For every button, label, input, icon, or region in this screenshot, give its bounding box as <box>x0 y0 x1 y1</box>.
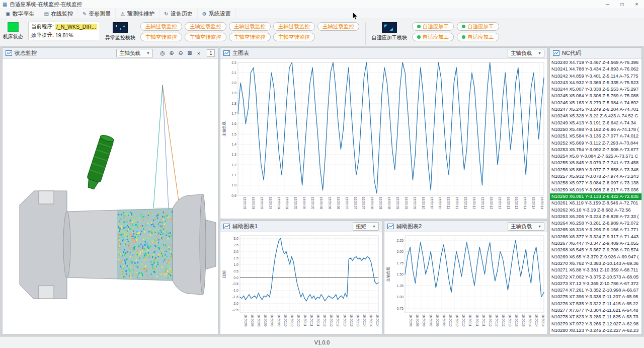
overload-monitor-button-3[interactable]: 主轴过载监控 <box>229 22 271 31</box>
svg-text:1.00: 1.00 <box>396 295 404 299</box>
overload-monitor-button-2[interactable]: 主轴过载监控 <box>185 22 226 31</box>
svg-text:16:50:12: 16:50:12 <box>330 314 333 327</box>
zoom-out-icon[interactable]: ⊖ <box>177 49 185 57</box>
chevron-down-icon: ▼ <box>538 51 541 55</box>
pan-icon[interactable]: ⊠ <box>186 49 194 57</box>
svg-text:16:50:14: 16:50:14 <box>540 197 544 210</box>
nc-code-line[interactable]: N10256 X5.889 Y-3.077 Z-7.858 A-73.348 <box>550 167 641 173</box>
nc-code-line[interactable]: N10271 X6.88 Y-3.381 Z-10.359 A-68.711 <box>550 267 641 273</box>
nc-code-list: N10240 X4.719 Y-3.467 Z-4.669 A-76.396N1… <box>550 59 641 334</box>
aux2-line-chart[interactable]: 0.751.001.251.501.752.002.2516:50:0816:5… <box>385 233 547 334</box>
nc-code-line[interactable]: N10267 X6.447 Y-3.347 Z-9.489 A-71.055 <box>550 240 641 247</box>
adaptive-machining-button-2[interactable]: 自适应加工 <box>457 22 499 31</box>
nc-code-line[interactable]: N10262 X6.16 Y-3.19 Z-8.682 A-72.56 <box>550 207 641 214</box>
nc-code-line[interactable]: N10264 X6.258 Y-3.261 Z-8.989 A-72.072 <box>550 220 641 227</box>
nc-code-line[interactable]: N10259 X6.016 Y-3.098 Z-8.217 A-73.036 <box>550 187 641 193</box>
viewport-signal-dropdown[interactable]: 主轴负载 ▼ <box>116 49 153 57</box>
nc-code-line[interactable]: N10242 X4.859 Y-3.401 Z-5.114 A-75.775 <box>550 73 641 80</box>
adaptive-machining-button-4[interactable]: 自适应加工 <box>457 33 499 41</box>
svg-text:2.0: 2.0 <box>233 250 238 253</box>
nc-code-line[interactable]: N10247 X5.245 Y-3.249 Z-6.204 A-74.701 <box>550 106 641 113</box>
nc-code-line[interactable]: N10243 X4.932 Y-3.369 Z-5.335 A-75.523 <box>550 80 641 86</box>
nc-code-line[interactable]: N10244 X5.007 Y-3.338 Z-5.553 A-75.297 <box>550 86 641 93</box>
nc-code-line[interactable]: N10280 X8.123 Y-3.245 Z-12.227 A-62.23 <box>550 327 641 334</box>
svg-text:-2.5: -2.5 <box>232 308 238 312</box>
overload-monitor-button-1[interactable]: 主轴过载监控 <box>140 22 182 31</box>
nc-code-line[interactable]: N10263 X6.206 Y-3.224 Z-8.828 A-72.33 ( <box>550 214 641 220</box>
aux-chart1-signal-dropdown[interactable]: 扭矩 ▼ <box>353 222 379 231</box>
nc-code-line[interactable]: N10257 X5.932 Y-3.078 Z-7.974 A-73.243 <box>550 173 641 180</box>
nc-code-line[interactable]: N10245 X5.084 Y-3.308 Z-5.769 A-75.088 <box>550 93 641 99</box>
green-dot-icon <box>462 25 465 28</box>
cutting-tool <box>85 134 115 190</box>
menu-item-4[interactable]: ⚠预测性维护 <box>116 9 159 19</box>
nc-code-line[interactable]: N10273 X7.13 Y-3.365 Z-10.786 A-67.372 <box>550 281 641 287</box>
nc-code-line[interactable]: N10269 X6.65 Y-3.379 Z-9.926 A-69.947 ( <box>550 254 641 260</box>
nc-code-line[interactable]: N10276 X7.535 Y-3.322 Z-11.415 A-65.22 <box>550 301 641 307</box>
nc-code-line[interactable]: N10278 X7.823 Y-3.286 Z-11.825 A-63.73 <box>550 314 641 320</box>
aux-chart2-signal-dropdown[interactable]: 主轴负载 ▼ <box>508 222 544 231</box>
nc-code-line[interactable]: N10251 X5.584 Y-3.136 Z-7.077 A-74.012 <box>550 133 641 140</box>
adaptive-machining-button-3[interactable]: 自适应加工 <box>412 33 454 41</box>
nc-code-line[interactable]: N10272 X7.002 Y-3.375 Z-10.573 A-68.05 <box>550 274 641 281</box>
button-label: 自适应加工 <box>423 34 449 41</box>
nc-code-line[interactable]: N10252 X5.669 Y-3.112 Z-7.293 A-73.844 <box>550 140 641 147</box>
idle-monitor-button-4[interactable]: 主轴空转监控 <box>273 33 315 41</box>
nc-code-line[interactable]: N10241 X4.788 Y-3.434 Z-4.893 A-76.062 <box>550 66 641 73</box>
close-button[interactable]: × <box>629 0 644 9</box>
dropdown-value: 扭矩 <box>356 223 366 230</box>
nc-code-line[interactable]: N10266 X6.377 Y-3.324 Z-9.317 A-71.443 <box>550 234 641 240</box>
nc-code-line[interactable]: N10260 X6.081 Y-3.133 Z-8.422 A-72.835 <box>550 193 641 200</box>
scale-input[interactable]: 1 <box>207 49 215 57</box>
idle-monitor-button-3[interactable]: 主轴空转监控 <box>229 33 271 41</box>
svg-text:16:50:09: 16:50:09 <box>270 314 274 327</box>
nc-code-line[interactable]: N10249 X5.413 Y-3.191 Z-6.642 A-74.34 <box>550 120 641 126</box>
nc-code-line[interactable]: N10275 X7.396 Y-3.338 Z-11.207 A-65.95 <box>550 294 641 300</box>
menu-item-1[interactable]: ▣数字孪生 <box>1 9 39 19</box>
idle-monitor-button-1[interactable]: 主轴空转监控 <box>140 33 182 41</box>
menu-item-5[interactable]: ↻设备历史 <box>159 9 197 19</box>
efficiency-value: 19.81% <box>55 32 73 38</box>
nc-code-line[interactable]: N10265 X6.316 Y-3.296 Z-9.156 A-71.771 <box>550 227 641 233</box>
svg-text:1.25: 1.25 <box>396 284 404 288</box>
machine-3d-viewport[interactable] <box>3 59 218 334</box>
adaptive-machining-button-1[interactable]: 自适应加工 <box>412 22 454 31</box>
reset-view-icon[interactable]: ◎ <box>158 49 167 57</box>
overload-monitor-button-5[interactable]: 主轴过载监控 <box>317 22 359 31</box>
main-chart-signal-dropdown[interactable]: 主轴负载 ▼ <box>508 49 544 57</box>
svg-text:16:50:13: 16:50:13 <box>507 197 510 210</box>
aux1-line-chart[interactable]: -2.5-2.0-1.5-1.0-0.50.00.51.01.52.02.53.… <box>221 233 381 334</box>
nc-code-line[interactable]: N10270 X6.762 Y-3.383 Z-10.143 A-69.36 <box>550 260 641 267</box>
nc-code-line[interactable]: N10254 X5.8 Y-3.084 Z-7.625 A-73.571 C <box>550 153 641 160</box>
svg-text:16:50:13: 16:50:13 <box>515 314 518 327</box>
nc-code-line[interactable]: N10250 X5.498 Y-3.162 Z-6.86 A-74.178 ( <box>550 126 641 133</box>
nc-code-line[interactable]: N10261 X6.119 Y-3.159 Z-8.546 A-72.701 <box>550 200 641 206</box>
main-chart-panel: 主图表 主轴负载 ▼ 0.91.01.11.21.31.41.51.61.71.… <box>220 47 548 219</box>
anomaly-module-group: 异常监控模块 <box>105 21 135 41</box>
menu-item-6[interactable]: ⚙系统设置 <box>198 9 236 19</box>
svg-text:主轴负载: 主轴负载 <box>386 266 390 282</box>
nc-code-line[interactable]: N10268 X6.545 Y-3.367 Z-9.708 A-70.574 <box>550 247 641 253</box>
minimize-button[interactable]: ─ <box>600 0 615 9</box>
nc-code-line[interactable]: N10274 X7.261 Y-3.352 Z-10.998 A-66.67 <box>550 287 641 294</box>
svg-text:16:50:13: 16:50:13 <box>356 314 360 327</box>
nc-code-line[interactable]: N10255 X5.845 Y-3.079 Z-7.741 A-73.458 <box>550 160 641 166</box>
svg-text:16:50:14: 16:50:14 <box>363 314 366 327</box>
menu-item-3[interactable]: ✎变形测量 <box>78 9 116 19</box>
nc-code-line[interactable]: N10258 X5.977 Y-3.084 Z-8.097 A-73.138 <box>550 180 641 186</box>
overload-monitor-button-4[interactable]: 主轴过载监控 <box>273 22 315 31</box>
menu-item-2[interactable]: ▤在线监控 <box>39 9 77 19</box>
nc-code-line[interactable]: N10240 X4.719 Y-3.467 Z-4.669 A-76.396 <box>550 59 641 66</box>
zoom-in-icon[interactable]: ⊕ <box>168 49 176 57</box>
nc-code-line[interactable]: N10248 X5.328 Y-3.22 Z-6.423 A-74.52 C <box>550 113 641 119</box>
svg-text:1.7: 1.7 <box>231 112 236 115</box>
nc-code-line[interactable]: N10277 X7.677 Y-3.304 Z-11.621 A-64.48 <box>550 307 641 314</box>
nc-code-line[interactable]: N10253 X5.754 Y-3.092 Z-7.508 A-73.677 <box>550 147 641 153</box>
idle-monitor-button-2[interactable]: 主轴空转监控 <box>185 33 226 41</box>
nc-code-line[interactable]: N10246 X5.163 Y-3.279 Z-5.984 A-74.892 <box>550 100 641 106</box>
nc-code-line[interactable]: N10279 X7.972 Y-3.266 Z-12.027 A-62.98 <box>550 321 641 327</box>
close-icon[interactable]: × <box>195 49 203 57</box>
button-label: 自适应加工 <box>467 34 494 41</box>
main-line-chart[interactable]: 0.91.01.11.21.31.41.51.61.71.81.92.02.12… <box>221 59 547 219</box>
maximize-button[interactable]: □ <box>615 0 629 9</box>
